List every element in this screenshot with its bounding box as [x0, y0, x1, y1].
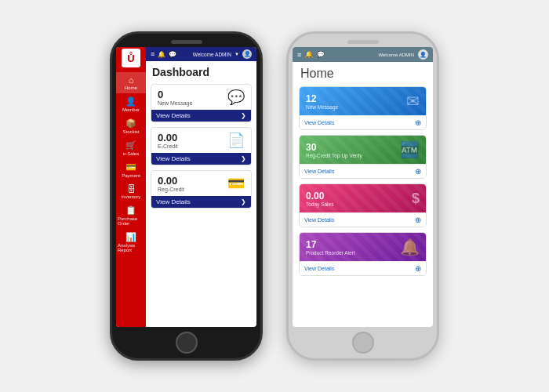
right-welcome-text: Welcome ADMIN [378, 53, 414, 57]
dashboard-title: Dashboard [146, 61, 256, 82]
purchase-order-icon: 📋 [125, 205, 136, 216]
right-bell-icon[interactable]: 🔔 [305, 51, 313, 58]
sidebar-item-payment[interactable]: 💳 Payment [116, 159, 146, 181]
rcard-today-sales-footer: View Details ⊕ [300, 212, 426, 227]
rcard-reorder: 17 Product Reorder Alert 🔔 View Details … [299, 232, 427, 276]
card-ecredit: 0.00 E-Credit 📄 View Details ❯ [151, 127, 252, 165]
message-icon[interactable]: 💬 [169, 51, 176, 58]
rcard-regcredit-icon: 🏧 [400, 140, 420, 159]
rcard-reorder-icon: 🔔 [400, 238, 420, 256]
rcard-today-sales-header: 0.00 Today Sales $ [300, 184, 426, 212]
sidebar-item-purchase-order[interactable]: 📋 Purchase Order [116, 202, 146, 229]
card-regcredit-value: 0.00 [158, 175, 223, 187]
rcard-new-message-icon: ✉ [406, 92, 420, 111]
left-phone-speaker [171, 40, 202, 44]
arrow-icon: ❯ [241, 112, 246, 119]
message-card-icon: 💬 [227, 89, 245, 106]
sidebar-item-analysis-label: Analysis Report [118, 243, 144, 252]
analysis-icon: 📊 [125, 232, 136, 242]
rcard-regcredit: 30 Reg-Credit Top Up Verify 🏧 View Detai… [299, 135, 427, 179]
card-regcredit: 0.00 Reg-Credit 💳 View Details ❯ [151, 170, 252, 209]
sidebar-item-member[interactable]: 👤 Member [116, 93, 146, 115]
view-details-regcredit-btn[interactable]: View Details ❯ [151, 196, 251, 208]
esales-icon: 🛒 [125, 140, 136, 151]
left-phone-screen: Ů ⌂ Home 👤 Member 📦 Stockist 🛒 e-Sales [116, 47, 256, 327]
sidebar-item-home[interactable]: ⌂ Home [116, 72, 146, 93]
right-topbar: ≡ 🔔 💬 Welcome ADMIN 👤 [293, 47, 433, 62]
stockist-icon: 📦 [125, 118, 136, 129]
rcard-today-sales: 0.00 Today Sales $ View Details ⊕ [299, 183, 427, 227]
right-hamburger-icon[interactable]: ≡ [297, 51, 301, 59]
sidebar-item-stockist[interactable]: 📦 Stockist [116, 115, 146, 137]
rcard-new-message-view-label[interactable]: View Details [304, 120, 334, 125]
left-home-button[interactable] [176, 332, 198, 354]
rcard-today-sales-icon: $ [412, 191, 420, 207]
right-user-avatar[interactable]: 👤 [418, 49, 428, 60]
rcard-today-sales-text: 0.00 Today Sales [306, 191, 333, 207]
right-message-icon[interactable]: 💬 [317, 51, 325, 58]
sidebar-item-inventory-label: Inventory [122, 194, 141, 199]
card-ecredit-text: 0.00 E-Credit [158, 132, 223, 149]
sidebar-logo-icon: Ů [127, 53, 134, 64]
rcard-reorder-view-label[interactable]: View Details [304, 266, 334, 271]
rcard-today-sales-value: 0.00 [306, 191, 333, 201]
rcard-new-message-text: 12 New Message [306, 93, 338, 110]
arrow-icon-2: ❯ [241, 155, 246, 162]
rcard-reorder-value: 17 [306, 239, 355, 250]
card-regcredit-label: Reg-Credit [158, 187, 223, 192]
card-new-message: 0 New Message 💬 View Details ❯ [151, 84, 252, 122]
rcard-regcredit-header: 30 Reg-Credit Top Up Verify 🏧 [300, 136, 426, 164]
rcard-regcredit-label: Reg-Credit Top Up Verify [306, 153, 362, 158]
sidebar-item-purchase-label: Purchase Order [118, 216, 144, 226]
rcard-new-message-value: 12 [306, 93, 338, 104]
payment-icon: 💳 [125, 162, 136, 172]
rcard-new-message: 12 New Message ✉ View Details ⊕ [299, 86, 427, 130]
sidebar-item-stockist-label: Stockist [122, 129, 139, 134]
right-home-button[interactable] [352, 332, 374, 354]
rcard-reorder-label: Product Reorder Alert [306, 250, 355, 256]
view-details-message-label: View Details [156, 112, 191, 119]
sidebar-item-payment-label: Payment [122, 173, 140, 178]
user-avatar[interactable]: 👤 [242, 49, 252, 59]
right-phone-speaker [347, 40, 379, 44]
rcard-new-message-plus-icon: ⊕ [415, 118, 421, 127]
right-phone: ≡ 🔔 💬 Welcome ADMIN 👤 Home 12 New Messag… [286, 31, 439, 361]
rcard-regcredit-plus-icon: ⊕ [415, 167, 421, 176]
left-phone: Ů ⌂ Home 👤 Member 📦 Stockist 🛒 e-Sales [110, 31, 263, 361]
card-message-text: 0 New Message [158, 89, 223, 106]
member-icon: 👤 [125, 96, 136, 107]
welcome-text: Welcome ADMIN [193, 52, 231, 57]
card-message-value: 0 [158, 89, 223, 100]
card-ecredit-value: 0.00 [158, 132, 223, 143]
rcard-new-message-footer: View Details ⊕ [300, 115, 426, 129]
sidebar-item-esales-label: e-Sales [123, 151, 139, 156]
arrow-icon-3: ❯ [241, 198, 246, 205]
rcard-today-sales-view-label[interactable]: View Details [304, 217, 334, 223]
rcard-regcredit-value: 30 [306, 142, 362, 153]
view-details-regcredit-label: View Details [156, 198, 191, 205]
card-message-label: New Message [158, 100, 223, 106]
sidebar-item-analysis[interactable]: 📊 Analysis Report [116, 229, 146, 256]
dropdown-icon: ▼ [235, 52, 239, 56]
view-details-ecredit-btn[interactable]: View Details ❯ [151, 153, 251, 165]
rcard-regcredit-footer: View Details ⊕ [300, 164, 426, 178]
hamburger-icon[interactable]: ≡ [151, 50, 155, 58]
card-ecredit-label: E-Credit [158, 143, 223, 149]
sidebar-item-esales[interactable]: 🛒 e-Sales [116, 137, 146, 159]
rcard-new-message-header: 12 New Message ✉ [300, 87, 426, 115]
sidebar-item-inventory[interactable]: 🗄 Inventory [116, 181, 146, 202]
left-topbar: ≡ 🔔 💬 Welcome ADMIN ▼ 👤 [146, 47, 256, 61]
view-details-ecredit-label: View Details [156, 155, 191, 162]
sidebar-item-member-label: Member [122, 107, 140, 112]
inventory-icon: 🗄 [127, 184, 136, 194]
regcredit-card-icon: 💳 [227, 175, 245, 192]
rcard-reorder-plus-icon: ⊕ [415, 264, 421, 273]
left-sidebar: Ů ⌂ Home 👤 Member 📦 Stockist 🛒 e-Sales [116, 47, 146, 327]
rcard-reorder-text: 17 Product Reorder Alert [306, 239, 355, 256]
view-details-message-btn[interactable]: View Details ❯ [151, 110, 251, 122]
home-title: Home [293, 62, 433, 84]
rcard-new-message-label: New Message [306, 104, 338, 110]
rcard-regcredit-view-label[interactable]: View Details [304, 169, 334, 174]
rcard-today-sales-plus-icon: ⊕ [415, 216, 421, 224]
bell-icon[interactable]: 🔔 [158, 51, 165, 58]
